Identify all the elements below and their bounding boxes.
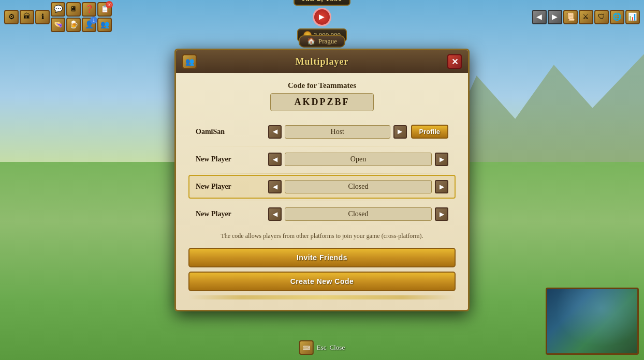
player-name-3: New Player [196,210,268,218]
player-row-1: New Player ◀ Open ▶ [188,147,456,171]
player-left-btn-3[interactable]: ◀ [268,207,282,221]
player-right-btn-3[interactable]: ▶ [435,207,448,221]
player-right-btn-0[interactable]: ▶ [393,125,407,139]
divider-2 [188,201,456,201]
player-right-btn-1[interactable]: ▶ [435,153,448,166]
modal-title: Multiplayer [296,56,349,67]
player-row-0: OamiSan ◀ Host ▶ Profile [188,119,456,144]
invite-friends-button[interactable]: Invite Friends [188,248,456,267]
divider-1 [188,173,456,174]
player-row-3: New Player ◀ Closed ▶ [188,202,456,226]
player-left-btn-2[interactable]: ◀ [268,180,282,193]
footer-decoration [188,295,456,299]
player-left-btn-1[interactable]: ◀ [268,153,282,166]
info-text: The code allows players from other platf… [188,231,456,241]
modal-icon: 👥 [182,54,197,69]
profile-button-0[interactable]: Profile [411,125,448,139]
player-name-0: OamiSan [196,128,268,136]
player-left-btn-0[interactable]: ◀ [268,125,282,139]
players-section: OamiSan ◀ Host ▶ Profile New Player ◀ Op… [188,119,456,226]
divider-0 [188,146,456,146]
modal-overlay: 👥 Multiplayer ✕ Code for Teammates AKDPZ… [0,0,644,360]
create-new-code-button[interactable]: Create New Code [188,272,456,291]
player-right-btn-2[interactable]: ▶ [435,180,448,193]
multiplayer-modal: 👥 Multiplayer ✕ Code for Teammates AKDPZ… [174,49,470,311]
player-row-2: New Player ◀ Closed ▶ [188,175,456,199]
player-name-2: New Player [196,183,268,191]
player-role-0: Host [285,125,390,139]
player-role-1: Open [285,153,432,166]
player-role-2: Closed [285,180,432,193]
modal-titlebar: 👥 Multiplayer ✕ [176,50,468,73]
code-display: AKDPZBF [270,93,374,111]
modal-close-button[interactable]: ✕ [447,54,462,69]
modal-content: Code for Teammates AKDPZBF OamiSan ◀ Hos… [176,73,468,310]
code-section: Code for Teammates AKDPZBF [188,81,456,111]
player-name-1: New Player [196,155,268,163]
code-title: Code for Teammates [188,81,456,90]
player-role-3: Closed [285,207,432,221]
